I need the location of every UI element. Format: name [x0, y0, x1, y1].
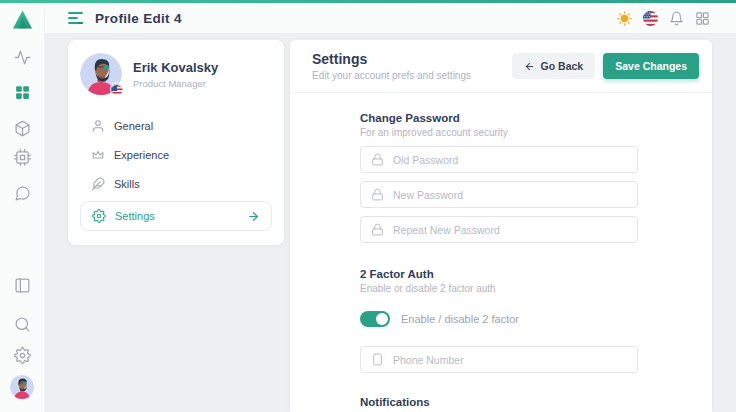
crown-icon	[91, 148, 105, 162]
top-accent-strip	[0, 0, 736, 3]
repeat-password-input[interactable]	[393, 224, 627, 236]
menu-item-label: Settings	[115, 210, 155, 222]
new-password-field[interactable]	[360, 181, 638, 208]
menu-item-skills[interactable]: Skills	[80, 169, 272, 198]
sun-icon[interactable]	[617, 11, 632, 26]
lock-icon	[371, 223, 384, 236]
cube-icon[interactable]	[14, 120, 31, 137]
chat-icon[interactable]	[14, 185, 31, 202]
triangle-logo[interactable]	[11, 8, 34, 31]
two-factor-subtitle: Enable or disable 2 factor auth	[360, 283, 638, 294]
top-header: Profile Edit 4	[45, 3, 736, 33]
phone-number-field[interactable]	[360, 346, 638, 373]
menu-toggle-icon[interactable]	[68, 11, 84, 25]
dashboard-icon[interactable]	[14, 84, 31, 101]
menu-item-settings[interactable]: Settings	[80, 201, 272, 231]
new-password-input[interactable]	[393, 189, 627, 201]
go-back-label: Go Back	[541, 60, 584, 72]
lock-icon	[371, 188, 384, 201]
activity-icon[interactable]	[14, 49, 31, 66]
user-role: Product Manager	[133, 78, 218, 89]
menu-item-label: Skills	[114, 178, 140, 190]
profile-menu: General Experience Skills Settings	[80, 111, 272, 231]
old-password-input[interactable]	[393, 154, 627, 166]
arrow-left-icon	[524, 61, 535, 72]
user-name: Erik Kovalsky	[133, 60, 218, 75]
lock-icon	[371, 153, 384, 166]
gear-icon[interactable]	[14, 347, 31, 364]
menu-item-experience[interactable]: Experience	[80, 140, 272, 169]
two-factor-toggle[interactable]	[360, 311, 390, 327]
settings-form: Change Password For an improved account …	[360, 112, 638, 412]
menu-item-general[interactable]: General	[80, 111, 272, 140]
user-icon	[91, 119, 105, 133]
change-password-title: Change Password	[360, 112, 638, 124]
arrow-right-icon	[247, 210, 260, 223]
change-password-subtitle: For an improved account security	[360, 127, 638, 138]
two-factor-title: 2 Factor Auth	[360, 268, 638, 280]
search-icon[interactable]	[14, 316, 31, 333]
bell-icon[interactable]	[669, 11, 684, 26]
feather-icon	[91, 177, 105, 191]
save-changes-label: Save Changes	[615, 60, 687, 72]
us-flag-icon[interactable]	[643, 11, 658, 26]
page-title: Profile Edit 4	[95, 11, 182, 26]
repeat-password-field[interactable]	[360, 216, 638, 243]
notifications-title: Notifications	[360, 396, 638, 408]
us-flag-badge-icon	[110, 82, 124, 96]
layout-icon[interactable]	[14, 277, 31, 294]
cpu-icon[interactable]	[14, 149, 31, 166]
gear-icon	[92, 209, 106, 223]
phone-number-input[interactable]	[393, 354, 627, 366]
menu-item-label: Experience	[114, 149, 169, 161]
panel-subtitle: Edit your account prefs and settings	[312, 70, 471, 81]
two-factor-toggle-label: Enable / disable 2 factor	[401, 313, 519, 325]
smartphone-icon	[371, 353, 384, 366]
go-back-button[interactable]: Go Back	[512, 53, 596, 79]
panel-title: Settings	[312, 51, 471, 67]
save-changes-button[interactable]: Save Changes	[603, 53, 699, 79]
icon-sidebar	[0, 3, 45, 412]
settings-panel: Settings Edit your account prefs and set…	[290, 40, 712, 412]
sidebar-user-avatar[interactable]	[10, 375, 34, 399]
profile-card: Erik Kovalsky Product Manager General Ex…	[68, 40, 284, 245]
apps-grid-icon[interactable]	[695, 11, 710, 26]
old-password-field[interactable]	[360, 146, 638, 173]
menu-item-label: General	[114, 120, 153, 132]
